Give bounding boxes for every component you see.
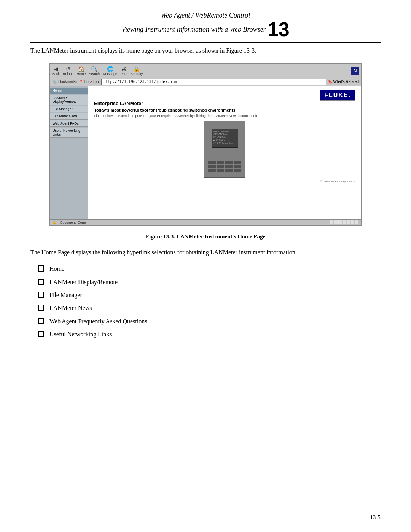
netsite-label: 🔖 What's Related [328,80,359,84]
figure-caption: Figure 13-3. LANMeter Instrument's Home … [30,233,381,240]
page-number: 13-5 [370,514,381,521]
browser-statusbar: 🔒 Document: Done ⬜⬜⬜⬜⬜⬜⬜ [50,219,361,225]
list-item: Web Agent Frequently Asked Questions [38,317,381,326]
body-paragraph-2: The Home Page displays the following hyp… [30,248,381,257]
chapter-header: Web Agent / WebRemote Control Viewing In… [30,11,381,43]
fluke-logo: FLUKE. [320,90,355,101]
chapter-title-line2: Viewing Instrument Information with a We… [30,19,381,39]
status-text: Document: Done [60,220,86,224]
sidebar-web-agent-faqs[interactable]: Web Agent FAQs [50,120,88,127]
location-label: 📎 [52,80,57,84]
toolbar-browser[interactable]: 🌐Netscape [103,66,117,76]
list-item-label-networking-links: Useful Networking Links [49,330,112,339]
browser-toolbar: ◀Back ↺Reload 🏠Home 🔍Search 🌐Netscape 🖨P… [50,64,361,78]
toolbar-search[interactable]: 🔍Search [89,66,100,76]
list-item: Useful Networking Links [38,330,381,339]
toolbar-home[interactable]: 🏠Home [77,66,86,76]
toolbar-back[interactable]: ◀Back [52,66,60,76]
chapter-title-line1: Web Agent / WebRemote Control [30,11,381,19]
copyright-text: © 1999 Fluke Corporation [94,180,355,183]
list-item-label-lanmeter-display: LANMeter Display/Remote [49,278,118,286]
title-line2-text: Viewing Instrument Information with a We… [121,26,266,34]
chapter-number: 13 [268,19,290,39]
sidebar-networking-links[interactable]: Useful Networking Links [50,128,88,138]
title-line1-text: Web Agent / WebRemote Control [161,11,250,19]
location-input[interactable] [101,79,326,85]
progress-indicator: ⬜⬜⬜⬜⬜⬜⬜ [330,220,359,224]
device-keys [208,161,241,172]
status-spacer [90,220,326,224]
list-item-label-lanmeter-news: LANMeter News [49,304,92,312]
list-section: Home LANMeter Display/Remote File Manage… [38,265,381,339]
list-item: LANMeter Display/Remote [38,278,381,286]
toolbar-icons: ◀Back ↺Reload 🏠Home 🔍Search 🌐Netscape 🖨P… [52,65,143,77]
enterprise-desc: Find out how to extend the power of your… [94,114,355,118]
list-item-label-home: Home [49,265,64,273]
toolbar-reload[interactable]: ↺Reload [63,66,74,76]
checkbox-icon-lanmeter-display [38,279,44,285]
checkbox-icon-lanmeter-news [38,305,44,311]
browser-mockup: ◀Back ↺Reload 🏠Home 🔍Search 🌐Netscape 🖨P… [49,63,362,226]
sidebar-lanmeter-news[interactable]: LANMeter News [50,113,88,120]
sidebar-lanmeter-display[interactable]: LANMeter Display/Remote [50,95,88,105]
sidebar-home[interactable]: Home [50,88,88,94]
checkbox-icon-web-agent-faq [38,318,44,324]
browser-main: FLUKE. Enterprise LANMeter Today's most … [88,86,361,219]
browser-content: Home LANMeter Display/Remote File Manage… [50,86,361,219]
status-icon: 🔒 [52,220,56,224]
page-container: Web Agent / WebRemote Control Viewing In… [0,0,411,532]
list-item-label-file-manager: File Manager [49,291,82,299]
checkbox-icon-file-manager [38,292,44,298]
checkbox-icon-home [38,265,44,272]
enterprise-subtitle: Today's most powerful tool for troublesh… [94,108,355,112]
list-item: File Manager [38,291,381,299]
toolbar-print[interactable]: 🖨Print [120,66,127,76]
list-item: Home [38,265,381,273]
location-bar: 📎 Bookmarks 📍 Location: 🔖 What's Related [50,78,361,86]
intro-paragraph: The LANMeter instrument displays its hom… [30,46,381,56]
browser-sidebar: Home LANMeter Display/Remote File Manage… [50,86,88,219]
enterprise-title: Enterprise LANMeter [94,101,355,106]
list-item: LANMeter News [38,304,381,312]
device-screen: ─ Arp LANMeter VIP LANMeter ZF LANMeter … [212,129,238,148]
sidebar-file-manager[interactable]: File Manager [50,106,88,112]
bookmarks-label: Bookmarks [58,80,77,84]
toolbar-security[interactable]: 🔒Security [131,66,143,76]
location-text-label: 📍 Location: [79,80,100,84]
list-item-label-web-agent-faq: Web Agent Frequently Asked Questions [49,317,147,326]
device-image: ─ Arp LANMeter VIP LANMeter ZF LANMeter … [204,121,245,178]
checkbox-icon-networking-links [38,331,44,337]
